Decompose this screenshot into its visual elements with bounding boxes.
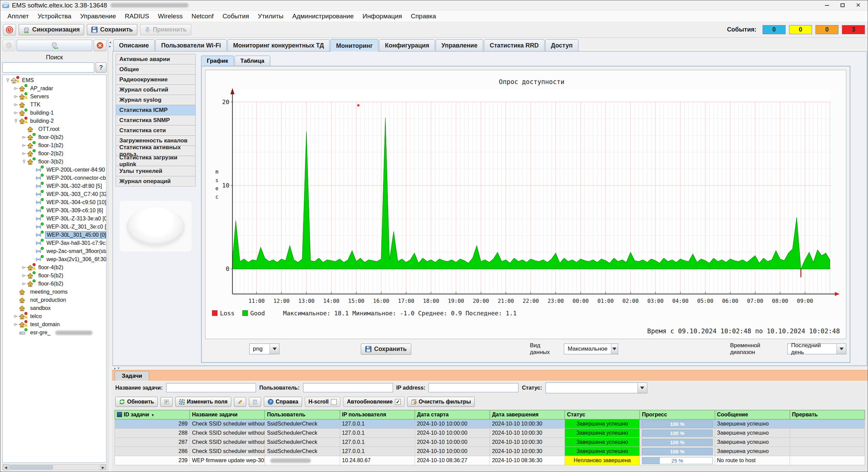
column-header-Сообщение[interactable]: Сообщение [715,410,790,419]
time-range-dropdown-icon[interactable] [836,344,846,354]
data-view-select[interactable]: Максимальное [564,343,618,354]
tree-node[interactable]: floor-2(b2) [3,150,106,158]
monitoring-menu-item[interactable]: Журнал событий [116,84,196,95]
tree-node[interactable]: not_production [3,296,106,304]
tree-node[interactable]: WEP-30L-303_C7:40 [32] [3,190,106,198]
tree-expander[interactable] [13,110,19,116]
tree-node[interactable]: WEP-30L-304-c9:50 [10] [3,198,106,206]
collapse-node-icon[interactable] [13,118,19,124]
tree-node[interactable]: floor-0(b2) [3,133,106,141]
monitoring-menu-item[interactable]: Активные аварии [116,54,196,64]
tree-node[interactable]: floor-6(b2) [3,280,106,288]
column-header-ID задачи[interactable]: ID задачи▼ [115,410,190,419]
monitoring-menu-item[interactable]: Статистика ICMP [116,105,196,115]
tree-node[interactable]: WEP-200L-center-84:90 [8] [3,166,106,174]
menu-item[interactable]: Апплет [3,11,33,21]
task-list-button[interactable] [160,397,173,407]
collapse-node-icon[interactable] [21,159,27,164]
menu-item[interactable]: RADIUS [120,11,154,21]
event-counter-1[interactable]: 0 [789,25,812,34]
tab-Пользователи Wi-Fi[interactable]: Пользователи Wi-Fi [155,39,226,51]
monitoring-menu-item[interactable]: Журнал syslog [116,95,196,105]
expand-node-icon[interactable] [13,86,19,91]
expand-node-icon[interactable] [21,135,27,140]
task-row-239[interactable]: 239WEP firmware update wep-30l-test (1..… [115,456,865,465]
tree-node[interactable]: floor-5(b2) [3,272,106,280]
save-button[interactable]: Сохранить [87,24,137,35]
expand-node-icon[interactable] [21,281,27,287]
tree-expander[interactable] [5,78,11,83]
tree-horizontal-scrollbar[interactable]: ◀ ▶ [2,464,106,470]
tree-node[interactable]: Servers [3,93,106,101]
tree-node[interactable]: WEP-30L_301_45:00 [0] [3,231,106,239]
expand-node-icon[interactable] [13,110,19,116]
menu-item[interactable]: События [218,11,253,21]
tree-expander[interactable] [21,143,27,148]
monitoring-menu-item[interactable]: Статистика SNMP [116,115,196,125]
edit-task-button[interactable] [234,397,246,407]
tree-expander[interactable] [13,322,19,327]
tree-node[interactable]: telco [3,312,106,320]
tree-expander[interactable] [21,151,27,156]
task-user-input[interactable] [303,383,393,392]
tree-expander[interactable] [21,265,27,270]
task-row-286[interactable]: 286Check SSID scheduler without DB for .… [115,447,865,456]
hscroll-checkbox[interactable] [331,399,337,405]
event-counter-3[interactable]: 3 [842,25,865,34]
help-button[interactable]: ? Справка [264,397,302,407]
tree-close-button[interactable] [94,40,106,51]
task-row-289[interactable]: 289Check SSID scheduler without DB for .… [115,419,865,429]
scheduler-button[interactable] [3,24,16,36]
menu-item[interactable]: Информация [358,11,406,21]
expand-node-icon[interactable] [13,94,19,99]
menu-item[interactable]: Netconf [187,11,218,21]
expand-up-icon[interactable]: ▴ [114,367,116,370]
collapse-down-icon[interactable]: ▾ [118,367,119,370]
column-header-Прервать[interactable]: Прервать [790,410,865,419]
tree-node[interactable]: TTK [3,101,106,109]
column-header-IP пользователя[interactable]: IP пользователя [340,410,415,419]
autorefresh-toggle[interactable]: Автообновление ✓ [343,397,405,407]
tab-tasks[interactable]: Задачи [115,371,149,381]
chart-tab-Таблица[interactable]: Таблица [235,56,270,66]
tree-node[interactable]: building-1 [3,109,106,117]
tree-node[interactable]: sandbox [3,304,106,312]
tree-node[interactable]: floor-3(b2) [3,158,106,166]
format-dropdown-icon[interactable] [270,344,279,354]
edit-fields-button[interactable]: Изменить поля [175,397,231,407]
column-header-Дата старта[interactable]: Дата старта [415,410,490,419]
task-status-select[interactable] [546,382,647,393]
tree-node[interactable]: esr-gre_ [3,329,106,337]
close-button[interactable]: ✕ [855,2,862,9]
menu-item[interactable]: Управление [76,11,120,21]
sync-button[interactable]: Синхронизация [19,24,84,35]
tree-node[interactable]: WEP-3ax-hall-301-c7:9c:80 [3] [3,239,106,247]
event-counter-0[interactable]: 0 [763,25,786,34]
tree-node[interactable]: WEP-30L-Z-313-3e:a0 [0] [3,215,106,223]
tree-node[interactable]: building-2 [3,117,106,125]
tree-node[interactable]: EMS [3,76,106,84]
tree-node[interactable]: WEP-30L-302-df:80 [5] [3,182,106,190]
monitoring-menu-item[interactable]: Статистика загрузки uplink [116,156,196,166]
column-header-Прогресс[interactable]: Прогресс [640,410,715,419]
scroll-right-icon[interactable]: ▶ [100,465,106,470]
maximize-button[interactable] [839,2,846,9]
event-counter-2[interactable]: 0 [815,25,839,34]
tree-expander[interactable] [21,135,27,140]
tree-node[interactable]: WEP-30L-309-c6:10 [6] [3,206,106,215]
task-row-287[interactable]: 287Check SSID scheduler without DB for .… [115,438,865,447]
tab-Мониторинг[interactable]: Мониторинг [330,39,378,52]
hscroll-toggle[interactable]: H-scroll [305,397,341,407]
menu-item[interactable]: Администрирование [288,11,358,21]
task-log-button[interactable] [249,397,261,407]
menu-item[interactable]: Утилиты [254,11,288,21]
tab-Статистика RRD[interactable]: Статистика RRD [484,39,545,51]
tree-node[interactable]: test_domain [3,320,106,329]
monitoring-menu-item[interactable]: Статистика сети [116,125,196,136]
tree-back-button[interactable] [2,40,15,51]
expand-node-icon[interactable] [13,102,19,107]
clear-filters-button[interactable]: Очистить фильтры [407,397,475,407]
tree-node[interactable]: meeting_rooms [3,288,106,296]
column-header-Статус[interactable]: Статус [565,410,640,419]
monitoring-menu-item[interactable]: Журнал операций [116,176,196,186]
